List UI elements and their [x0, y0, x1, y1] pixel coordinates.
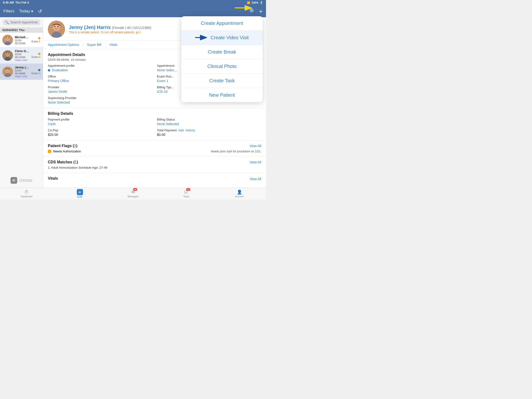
dot-icon — [48, 69, 50, 71]
field-value: Cash — [48, 122, 56, 126]
appointment-info: Jenny (Jen) Harris 02/04 08:49AM Video V… — [15, 66, 30, 78]
field-copay: Co-Pay $20.00 — [48, 128, 152, 137]
flags-title: Patient Flags (1) — [48, 144, 77, 148]
field-label: Co-Pay — [48, 128, 152, 132]
field-value: $20.00 — [48, 133, 58, 137]
exam-label: Exam 1 — [32, 72, 40, 75]
patient-name: Chris Genning — [15, 49, 30, 53]
tab-account[interactable]: 👤 Account — [213, 190, 266, 198]
appointment-time: 02/04 08:25AM — [15, 39, 30, 45]
exam-label: Exam 1 — [32, 40, 40, 43]
billing-details-section: Billing Details Payment profile Cash Bil… — [43, 108, 266, 140]
avatar — [2, 50, 13, 61]
search-input[interactable] — [10, 20, 38, 24]
create-appointment-item[interactable]: Create Appointment — [181, 16, 263, 31]
field-value: ICD-10 — [157, 90, 167, 94]
ehr-icon: dr — [77, 189, 83, 195]
svg-point-24 — [54, 26, 56, 27]
create-break-item[interactable]: Create Break — [181, 45, 263, 59]
flag-item: Needs Authorization Needs prior auth for… — [48, 150, 261, 153]
today-button[interactable]: Today ▾ — [19, 9, 33, 14]
field-billing-status: Billing Status None Selected — [157, 118, 261, 126]
tasks-badge-container: ☑ 37 — [184, 190, 188, 195]
messages-badge: 18 — [133, 188, 137, 191]
flags-header: Patient Flags (1) View All — [48, 144, 261, 148]
view-all-flags[interactable]: View All — [249, 144, 261, 148]
tab-label: Messages — [127, 195, 139, 198]
vitals-section: Vitals View All — [43, 173, 266, 185]
appointment-right: Exam 1 — [32, 37, 40, 43]
drchrono-logo: dr chrono — [0, 173, 43, 188]
status-icons: 📶 100% 🔋 — [247, 1, 263, 4]
svg-point-18 — [6, 70, 7, 70]
history-link[interactable]: History — [185, 128, 195, 132]
tab-ehr[interactable]: dr EHR — [53, 189, 106, 198]
refresh-button[interactable]: ↺ — [38, 8, 42, 14]
list-item[interactable]: Chris Genning 02/04 08:42AM Video Visit … — [0, 47, 43, 64]
cds-matches-section: CDS Matches (1) View All 1. Adult Immuni… — [43, 157, 266, 173]
clinical-photo-item[interactable]: Clinical Photo — [181, 59, 263, 74]
tab-messages[interactable]: ✉ 18 Messages — [107, 190, 159, 198]
field-label: Total Payment Add History — [157, 128, 261, 132]
svg-point-25 — [58, 26, 59, 27]
view-all-vitals[interactable]: View All — [249, 177, 261, 181]
tab-appointment-options[interactable]: Appointment Options — [48, 42, 83, 48]
field-value: None Selec... — [157, 68, 177, 72]
cds-title: CDS Matches (1) — [48, 160, 78, 164]
appointment-info: Chris Genning 02/04 08:42AM Video Visit — [15, 49, 30, 62]
messages-badge-container: ✉ 18 — [131, 190, 135, 195]
field-payment-profile: Payment profile Cash — [48, 118, 152, 126]
status-bar: 9:45 AM Thu Feb 4 📶 100% 🔋 — [0, 0, 266, 5]
list-item[interactable]: Michelle Harris 02/04 08:25AM Exam 1 — [0, 33, 43, 47]
new-patient-item[interactable]: New Patient — [181, 88, 263, 102]
create-video-visit-item[interactable]: Create Video Visit — [181, 31, 263, 45]
tab-dashboard[interactable]: ⏱ Dashboard — [0, 190, 53, 198]
date-header: 02/04/2021 Thu — [0, 27, 43, 33]
field-label: Provider — [48, 85, 152, 89]
status-badge — [38, 53, 40, 55]
chrono-text: chrono — [19, 178, 32, 183]
search-container: 🔍 — [0, 17, 43, 27]
patient-flags-section: Patient Flags (1) View All Needs Authori… — [43, 140, 266, 157]
filters-button[interactable]: Filters — [3, 9, 14, 14]
flag-name: Needs Authorization — [53, 150, 81, 153]
svg-point-6 — [6, 38, 7, 39]
account-icon: 👤 — [237, 190, 242, 195]
svg-point-13 — [8, 53, 9, 54]
section-title: Billing Details — [48, 111, 261, 116]
view-all-cds[interactable]: View All — [249, 160, 261, 164]
field-value: None Selected — [48, 101, 70, 104]
top-nav: Filters Today ▾ ↺ 🔍 + Create A — [0, 5, 266, 17]
search-box[interactable]: 🔍 — [2, 19, 40, 25]
patient-meta: (Female | 40 | 02/11/1980) — [112, 26, 151, 30]
flag-note: Needs prior auth for procedure on 1/31. — [211, 150, 261, 153]
list-item[interactable]: Jenny (Jen) Harris 02/04 08:49AM Video V… — [0, 64, 43, 80]
add-button[interactable]: + — [259, 8, 263, 15]
cds-item: 1. Adult Immunization Schedule Age: 27-4… — [48, 166, 261, 169]
yellow-arrow — [235, 4, 254, 12]
tab-label: Tasks — [183, 195, 190, 198]
field-label: Office — [48, 75, 152, 78]
cds-count: 1 — [75, 160, 77, 164]
tab-vitals[interactable]: Vitals — [105, 42, 121, 48]
add-payment-link[interactable]: Add — [178, 128, 184, 132]
patient-avatar — [48, 21, 65, 38]
avatar — [2, 35, 13, 45]
tab-tasks[interactable]: ☑ 37 Tasks — [159, 190, 213, 198]
svg-point-12 — [6, 53, 7, 54]
create-task-item[interactable]: Create Task — [181, 74, 263, 88]
field-label: Payment profile — [48, 118, 152, 121]
field-label: Billing Status — [157, 118, 261, 121]
appointment-type: Video Visit — [15, 59, 30, 62]
vitals-title: Vitals — [48, 176, 58, 181]
billing-grid: Payment profile Cash Billing Status None… — [48, 118, 261, 137]
flag-count: 1 — [74, 144, 76, 148]
svg-point-19 — [8, 70, 9, 70]
wifi-icon: 📶 — [247, 1, 250, 4]
patient-name: Jenny (Jen) Harris — [15, 66, 30, 69]
patient-name: Michelle Harris — [15, 35, 30, 39]
search-icon: 🔍 — [5, 20, 9, 24]
tab-super-bill[interactable]: Super Bill — [83, 42, 105, 48]
top-nav-right: 🔍 + Create Appointment — [249, 8, 263, 15]
avatar — [2, 66, 13, 77]
